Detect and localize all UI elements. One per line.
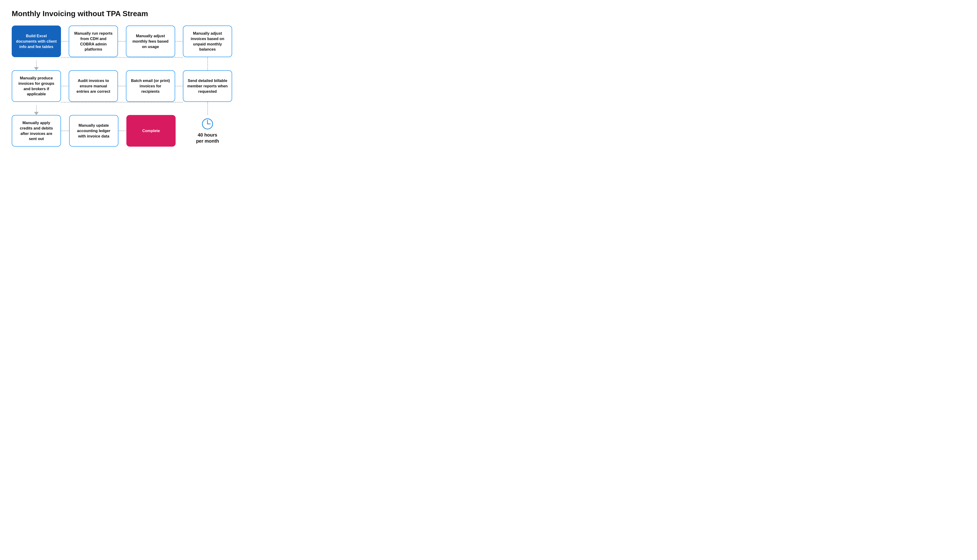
node-batch-email: Batch email (or print) invoices for reci…	[126, 70, 175, 102]
row-2: Manually produce invoices for groups and…	[12, 70, 232, 102]
node-send-reports: Send detailed billable member reports wh…	[183, 70, 232, 102]
node-apply-credits: Manually apply credits and debits after …	[12, 115, 61, 147]
main-title: Monthly Invoicing without TPA Stream	[12, 9, 232, 18]
turn-1	[12, 57, 232, 70]
right-turn-2	[183, 102, 232, 115]
turn-2	[12, 102, 232, 115]
conn-3-4	[176, 41, 182, 42]
node-build-excel: Build Excel documents with client info a…	[12, 25, 61, 57]
node-hours: 40 hoursper month	[183, 115, 232, 147]
conn-r2-1-2	[62, 86, 68, 87]
conn-1-2	[62, 41, 68, 42]
conn-r2-2-3	[119, 86, 125, 87]
node-adjust-invoices: Manually adjust invoices based on unpaid…	[183, 25, 232, 57]
node-audit-invoices: Audit invoices to ensure manual entries …	[69, 70, 118, 102]
node-run-reports: Manually run reports from CDH and COBRA …	[69, 25, 118, 57]
right-turn	[183, 57, 232, 70]
conn-2-3	[119, 41, 125, 42]
clock-icon	[201, 118, 214, 130]
left-turn-2	[12, 102, 61, 115]
node-adjust-fees: Manually adjust monthly fees based on us…	[126, 25, 175, 57]
mid-turn	[61, 57, 183, 70]
node-produce-invoices: Manually produce invoices for groups and…	[12, 70, 61, 102]
conn-r3-1-2	[62, 130, 69, 131]
conn-r2-3-4	[176, 86, 182, 87]
conn-r3-2-3	[119, 130, 126, 131]
left-turn	[12, 57, 61, 70]
node-update-ledger: Manually update accounting ledger with i…	[69, 115, 119, 147]
diagram-wrap: Monthly Invoicing without TPA Stream Bui…	[12, 9, 232, 147]
node-complete: Complete	[126, 115, 176, 147]
row-3: Manually apply credits and debits after …	[12, 115, 232, 147]
hours-label: 40 hoursper month	[196, 132, 219, 144]
row-1: Build Excel documents with client info a…	[12, 25, 232, 57]
mid-turn-2	[61, 102, 183, 115]
